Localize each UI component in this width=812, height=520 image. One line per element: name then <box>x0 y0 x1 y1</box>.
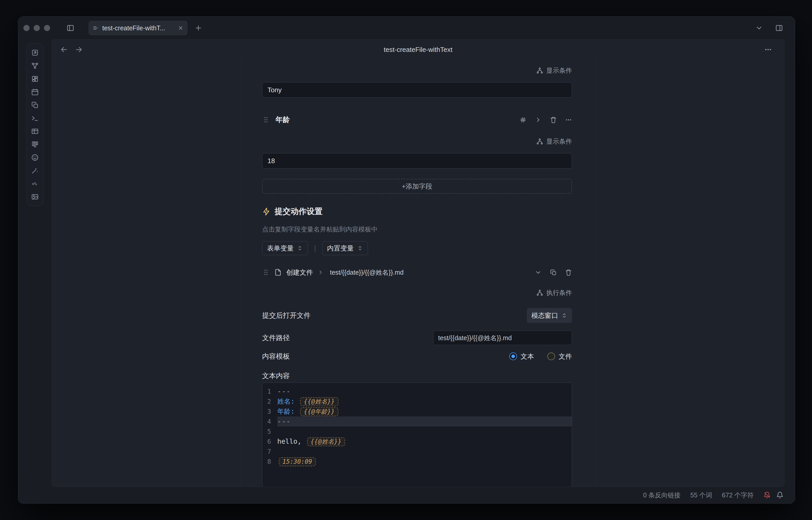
pane-header: test-createFile-withText <box>52 40 784 60</box>
show-condition-link[interactable]: 显示条件 <box>262 66 572 75</box>
kanban-icon[interactable] <box>31 140 39 149</box>
zoom-window-button[interactable] <box>44 25 50 31</box>
tab-close-icon[interactable] <box>178 25 183 31</box>
action-type-label[interactable]: 创建文件 <box>286 268 313 277</box>
status-bar-icons <box>763 492 784 499</box>
open-mode-dropdown[interactable]: 模态窗口 <box>527 308 572 323</box>
templates-icon[interactable] <box>31 101 39 109</box>
field-more-icon[interactable] <box>565 116 572 123</box>
bell-icon[interactable] <box>776 492 784 499</box>
emoji-icon[interactable] <box>31 153 39 162</box>
main-pane: test-createFile-withText <box>52 39 785 487</box>
new-tab-button[interactable] <box>194 24 202 32</box>
calendar-icon[interactable] <box>31 87 39 96</box>
line-number: 1 <box>262 386 277 396</box>
workspace: <% test-createFile-withText <box>18 39 795 487</box>
action-target-path[interactable]: test/{{date}}/{{@姓名}}.md <box>330 268 404 277</box>
line-content: 姓名: {{@姓名}} <box>277 396 572 407</box>
char-count: 672 个字符 <box>722 491 754 499</box>
editor-line: 2姓名: {{@姓名}} <box>262 396 572 407</box>
table-icon[interactable] <box>31 127 39 136</box>
line-content: 年龄: {{@年龄}} <box>277 407 572 416</box>
ribbon-shell: <% <box>26 44 44 206</box>
setting-label: 内容模板 <box>262 352 290 361</box>
back-icon[interactable] <box>60 45 68 54</box>
editor-line: 815:30:09 <box>262 457 572 467</box>
canvas-icon[interactable] <box>31 75 39 83</box>
forward-icon[interactable] <box>75 45 83 54</box>
nav-arrows <box>60 45 83 54</box>
variable-pill: 15:30:09 <box>279 457 316 466</box>
add-field-button[interactable]: +添加字段 <box>262 179 572 194</box>
drag-handle-icon[interactable] <box>262 268 270 276</box>
setting-content-template: 内容模板 文本 文件 <box>262 352 572 361</box>
collapse-chevron-icon[interactable] <box>535 269 542 276</box>
show-condition-label: 显示条件 <box>546 66 572 75</box>
more-options-icon[interactable] <box>764 46 772 53</box>
tab-list-chevron-icon[interactable] <box>755 24 763 32</box>
templater-icon[interactable]: <% <box>31 179 39 188</box>
tab-test-createFile[interactable]: test-createFile-withT... <box>89 21 187 35</box>
delete-field-icon[interactable] <box>550 116 557 123</box>
file-switcher-icon[interactable] <box>31 48 39 57</box>
duplicate-action-icon[interactable] <box>550 269 557 276</box>
tab-title: test-createFile-withT... <box>102 24 174 32</box>
minimize-window-button[interactable] <box>34 25 40 31</box>
exec-condition-label: 执行条件 <box>546 288 572 297</box>
titlebar-right-actions <box>755 24 783 32</box>
content-template-option[interactable]: 文本 <box>509 352 534 361</box>
chevron-right-icon[interactable] <box>535 116 542 123</box>
image-icon[interactable] <box>31 192 39 201</box>
content-template-option[interactable]: 文件 <box>547 352 572 361</box>
svg-text:<%: <% <box>32 181 37 186</box>
word-count: 55 个词 <box>690 491 712 499</box>
text-content-label: 文本内容 <box>262 371 572 380</box>
field-actions <box>520 116 572 123</box>
wand-icon[interactable] <box>31 166 39 175</box>
field-value-input-age[interactable] <box>262 153 572 168</box>
close-window-button[interactable] <box>23 25 30 31</box>
text-content-editor[interactable]: 1---2姓名: {{@姓名}}3年龄: {{@年龄}}4---56hello,… <box>262 383 572 487</box>
backlinks-count[interactable]: 0 条反向链接 <box>643 491 681 499</box>
field-value-input-name[interactable] <box>262 82 572 98</box>
left-sidebar-toggle-icon[interactable] <box>67 24 74 32</box>
builtin-variables-button[interactable]: 内置变量 <box>322 241 368 255</box>
editor-lines: 1---2姓名: {{@姓名}}3年龄: {{@年龄}}4---56hello,… <box>262 386 572 467</box>
graph-icon[interactable] <box>31 61 39 70</box>
variables-row: 表单变量 | 内置变量 <box>262 241 572 255</box>
app-window: test-createFile-withT... <box>18 17 795 503</box>
radio-icon <box>547 353 555 360</box>
chevron-right-icon <box>318 269 324 276</box>
file-path-input[interactable] <box>433 331 572 345</box>
terminal-icon[interactable] <box>31 114 39 123</box>
submit-section-header: 提交动作设置 <box>262 206 572 217</box>
titlebar: test-createFile-withT... <box>18 17 795 39</box>
editor-line: 4--- <box>262 416 572 426</box>
line-number: 2 <box>262 396 277 407</box>
exec-condition-link[interactable]: 执行条件 <box>262 288 572 297</box>
setting-label: 文件路径 <box>262 333 290 342</box>
bell-off-icon[interactable] <box>763 492 770 499</box>
line-content: hello, {{@姓名}} <box>277 437 572 446</box>
right-sidebar-toggle-icon[interactable] <box>775 24 783 32</box>
editor-line: 1--- <box>262 386 572 396</box>
line-number: 7 <box>262 446 277 457</box>
radio-icon <box>509 353 517 360</box>
radio-label: 文本 <box>521 352 534 361</box>
delete-action-icon[interactable] <box>565 269 572 276</box>
open-mode-value: 模态窗口 <box>531 311 558 320</box>
number-type-icon[interactable] <box>520 116 526 123</box>
radio-label: 文件 <box>559 352 572 361</box>
zap-icon <box>262 207 270 216</box>
status-bar: 0 条反向链接 55 个词 672 个字符 <box>18 487 795 503</box>
content-template-radio-group: 文本 文件 <box>509 352 572 361</box>
show-condition-link[interactable]: 显示条件 <box>262 137 572 146</box>
line-content <box>277 426 572 437</box>
line-number: 8 <box>262 457 277 467</box>
note-list-icon <box>93 25 99 31</box>
drag-handle-icon[interactable] <box>262 116 270 124</box>
form-variables-button[interactable]: 表单变量 <box>262 241 308 255</box>
editor-line: 3年龄: {{@年龄}} <box>262 407 572 416</box>
window-controls <box>23 25 50 31</box>
variable-pill: {{@年龄}} <box>300 407 338 416</box>
